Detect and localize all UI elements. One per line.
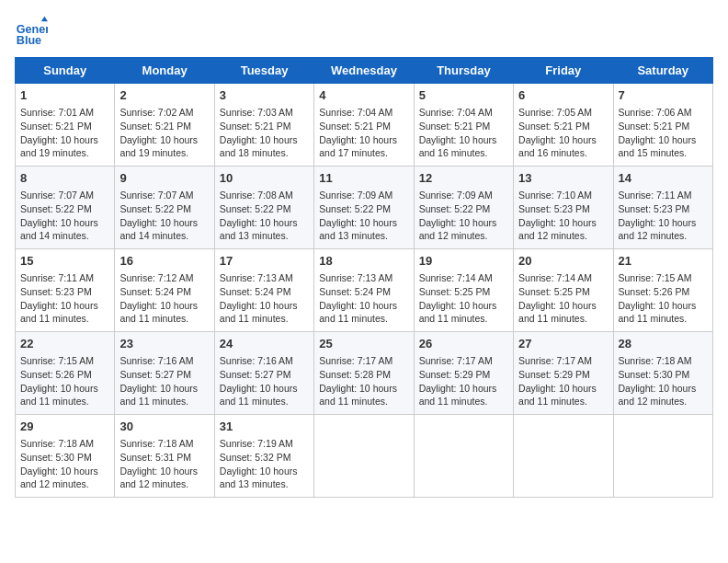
sunset-text: Sunset: 5:32 PM [220, 452, 291, 463]
day-number: 6 [518, 87, 608, 104]
daylight-text: Daylight: 10 hours and 14 minutes. [20, 217, 98, 242]
calendar-header-row: SundayMondayTuesdayWednesdayThursdayFrid… [16, 58, 713, 84]
daylight-text: Daylight: 10 hours and 11 minutes. [119, 300, 198, 325]
daylight-text: Daylight: 10 hours and 11 minutes. [220, 300, 298, 325]
day-header-friday: Friday [514, 58, 613, 84]
daylight-text: Daylight: 10 hours and 12 minutes. [119, 465, 198, 490]
empty-day-cell [613, 415, 712, 498]
daylight-text: Daylight: 10 hours and 13 minutes. [319, 217, 397, 242]
calendar-day-cell: 9Sunrise: 7:07 AMSunset: 5:22 PMDaylight… [115, 167, 214, 249]
calendar-week-row: 22Sunrise: 7:15 AMSunset: 5:26 PMDayligh… [16, 332, 713, 415]
sunrise-text: Sunrise: 7:18 AM [619, 355, 692, 366]
sunrise-text: Sunrise: 7:11 AM [20, 272, 94, 283]
daylight-text: Daylight: 10 hours and 11 minutes. [419, 383, 497, 408]
sunrise-text: Sunrise: 7:08 AM [220, 190, 293, 201]
day-number: 31 [220, 419, 309, 435]
daylight-text: Daylight: 10 hours and 18 minutes. [220, 134, 298, 159]
sunset-text: Sunset: 5:24 PM [319, 286, 391, 297]
sunset-text: Sunset: 5:28 PM [319, 369, 391, 380]
sunrise-text: Sunrise: 7:10 AM [518, 190, 592, 201]
calendar-day-cell: 12Sunrise: 7:09 AMSunset: 5:22 PMDayligh… [414, 167, 513, 249]
calendar-day-cell: 29Sunrise: 7:18 AMSunset: 5:30 PMDayligh… [16, 415, 115, 498]
daylight-text: Daylight: 10 hours and 12 minutes. [419, 217, 497, 242]
svg-text:Blue: Blue [17, 34, 41, 47]
daylight-text: Daylight: 10 hours and 11 minutes. [319, 383, 397, 408]
day-number: 15 [20, 253, 109, 270]
svg-marker-2 [41, 17, 48, 21]
calendar-day-cell: 4Sunrise: 7:04 AMSunset: 5:21 PMDaylight… [314, 84, 414, 167]
calendar-day-cell: 23Sunrise: 7:16 AMSunset: 5:27 PMDayligh… [115, 332, 214, 415]
sunset-text: Sunset: 5:21 PM [619, 121, 690, 132]
daylight-text: Daylight: 10 hours and 13 minutes. [220, 465, 298, 490]
day-number: 11 [319, 170, 408, 187]
sunrise-text: Sunrise: 7:18 AM [20, 438, 94, 449]
empty-day-cell [314, 415, 414, 498]
day-number: 5 [419, 87, 508, 104]
sunset-text: Sunset: 5:23 PM [619, 203, 690, 214]
day-number: 25 [319, 336, 408, 352]
sunrise-text: Sunrise: 7:17 AM [319, 355, 392, 366]
sunset-text: Sunset: 5:21 PM [518, 121, 590, 132]
day-number: 12 [419, 170, 508, 187]
calendar-day-cell: 3Sunrise: 7:03 AMSunset: 5:21 PMDaylight… [214, 84, 313, 167]
day-number: 26 [419, 336, 508, 352]
day-number: 18 [319, 253, 408, 270]
sunset-text: Sunset: 5:21 PM [20, 121, 92, 132]
calendar-day-cell: 14Sunrise: 7:11 AMSunset: 5:23 PMDayligh… [613, 167, 712, 249]
daylight-text: Daylight: 10 hours and 15 minutes. [619, 134, 697, 159]
daylight-text: Daylight: 10 hours and 12 minutes. [619, 217, 697, 242]
sunset-text: Sunset: 5:27 PM [119, 369, 191, 380]
sunrise-text: Sunrise: 7:17 AM [419, 355, 493, 366]
sunrise-text: Sunrise: 7:16 AM [220, 355, 293, 366]
calendar-day-cell: 19Sunrise: 7:14 AMSunset: 5:25 PMDayligh… [414, 249, 513, 332]
daylight-text: Daylight: 10 hours and 11 minutes. [20, 300, 98, 325]
daylight-text: Daylight: 10 hours and 11 minutes. [619, 300, 697, 325]
sunrise-text: Sunrise: 7:17 AM [518, 355, 592, 366]
calendar-day-cell: 16Sunrise: 7:12 AMSunset: 5:24 PMDayligh… [115, 249, 214, 332]
day-number: 30 [119, 419, 209, 435]
day-number: 29 [20, 419, 109, 435]
sunrise-text: Sunrise: 7:04 AM [419, 107, 493, 118]
calendar-day-cell: 21Sunrise: 7:15 AMSunset: 5:26 PMDayligh… [613, 249, 712, 332]
day-number: 14 [619, 170, 708, 187]
calendar-day-cell: 13Sunrise: 7:10 AMSunset: 5:23 PMDayligh… [514, 167, 613, 249]
calendar-day-cell: 15Sunrise: 7:11 AMSunset: 5:23 PMDayligh… [16, 249, 115, 332]
daylight-text: Daylight: 10 hours and 19 minutes. [20, 134, 98, 159]
calendar-day-cell: 22Sunrise: 7:15 AMSunset: 5:26 PMDayligh… [16, 332, 115, 415]
day-header-wednesday: Wednesday [314, 58, 414, 84]
logo-icon: General Blue [15, 15, 48, 48]
daylight-text: Daylight: 10 hours and 16 minutes. [518, 134, 597, 159]
sunrise-text: Sunrise: 7:07 AM [20, 190, 94, 201]
logo: General Blue [15, 15, 51, 48]
sunrise-text: Sunrise: 7:05 AM [518, 107, 592, 118]
calendar-day-cell: 10Sunrise: 7:08 AMSunset: 5:22 PMDayligh… [214, 167, 313, 249]
sunrise-text: Sunrise: 7:12 AM [119, 272, 193, 283]
day-number: 3 [220, 87, 309, 104]
daylight-text: Daylight: 10 hours and 11 minutes. [119, 383, 198, 408]
sunset-text: Sunset: 5:22 PM [319, 203, 391, 214]
sunrise-text: Sunrise: 7:15 AM [20, 355, 94, 366]
sunset-text: Sunset: 5:26 PM [20, 369, 92, 380]
sunrise-text: Sunrise: 7:19 AM [220, 438, 293, 449]
calendar-day-cell: 18Sunrise: 7:13 AMSunset: 5:24 PMDayligh… [314, 249, 414, 332]
sunset-text: Sunset: 5:24 PM [119, 286, 191, 297]
day-number: 27 [518, 336, 608, 352]
day-number: 4 [319, 87, 408, 104]
sunrise-text: Sunrise: 7:09 AM [319, 190, 392, 201]
calendar-day-cell: 24Sunrise: 7:16 AMSunset: 5:27 PMDayligh… [214, 332, 313, 415]
daylight-text: Daylight: 10 hours and 11 minutes. [319, 300, 397, 325]
day-number: 24 [220, 336, 309, 352]
day-number: 22 [20, 336, 109, 352]
daylight-text: Daylight: 10 hours and 12 minutes. [518, 217, 597, 242]
sunset-text: Sunset: 5:29 PM [518, 369, 590, 380]
daylight-text: Daylight: 10 hours and 11 minutes. [518, 383, 597, 408]
sunset-text: Sunset: 5:21 PM [220, 121, 291, 132]
sunrise-text: Sunrise: 7:13 AM [220, 272, 293, 283]
calendar-week-row: 1Sunrise: 7:01 AMSunset: 5:21 PMDaylight… [16, 84, 713, 167]
daylight-text: Daylight: 10 hours and 12 minutes. [20, 465, 98, 490]
day-header-saturday: Saturday [613, 58, 712, 84]
sunrise-text: Sunrise: 7:01 AM [20, 107, 94, 118]
sunrise-text: Sunrise: 7:07 AM [119, 190, 193, 201]
day-number: 19 [419, 253, 508, 270]
sunset-text: Sunset: 5:23 PM [20, 286, 92, 297]
